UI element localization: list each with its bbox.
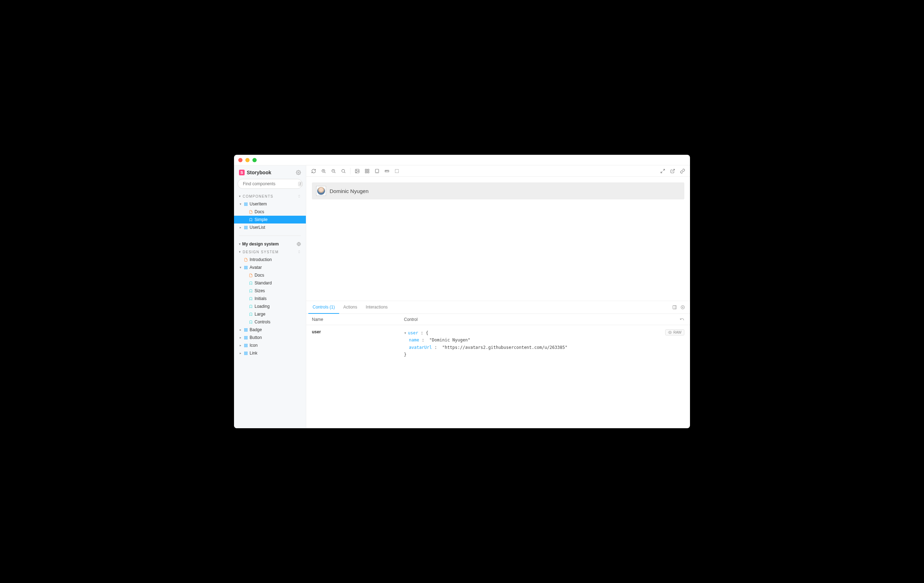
svg-rect-23 bbox=[246, 338, 247, 339]
maximize-window-button[interactable] bbox=[252, 158, 257, 162]
sidebar-item-label: Avatar bbox=[249, 265, 262, 270]
measure-button[interactable] bbox=[382, 167, 391, 176]
sidebar-item-badge[interactable]: ▸Badge bbox=[234, 326, 306, 334]
gear-icon bbox=[296, 170, 301, 175]
svg-rect-27 bbox=[246, 346, 247, 347]
sidebar-item-docs[interactable]: Docs bbox=[234, 208, 306, 216]
outline-button[interactable] bbox=[392, 167, 401, 176]
doc-icon bbox=[249, 273, 253, 277]
tab-interactions[interactable]: Interactions bbox=[361, 301, 392, 314]
expand-collapse-icon[interactable] bbox=[297, 250, 301, 254]
svg-rect-44 bbox=[365, 169, 367, 170]
expand-collapse-icon[interactable] bbox=[297, 195, 301, 198]
story-icon bbox=[249, 312, 253, 316]
outline-icon bbox=[394, 168, 399, 173]
svg-rect-17 bbox=[244, 328, 245, 329]
svg-rect-45 bbox=[368, 169, 369, 170]
svg-rect-54 bbox=[395, 169, 398, 172]
sidebar-item-initials[interactable]: Initials bbox=[234, 295, 306, 302]
search-input[interactable] bbox=[243, 181, 296, 186]
sidebar-section-heading[interactable]: ▾DESIGN SYSTEM bbox=[234, 248, 306, 256]
search-field[interactable]: / bbox=[238, 179, 302, 189]
sidebar-item-link[interactable]: ▸Link bbox=[234, 349, 306, 357]
zoom-in-button[interactable] bbox=[319, 167, 328, 176]
fullscreen-button[interactable] bbox=[658, 167, 667, 176]
control-row-control[interactable]: ▾user : { name : "Dominic Nyugen" avatar… bbox=[404, 329, 684, 424]
sidebar-item-useritem[interactable]: ▾UserItem bbox=[234, 200, 306, 208]
sidebar-item-label: UserList bbox=[249, 225, 265, 230]
sidebar-item-avatar[interactable]: ▾Avatar bbox=[234, 264, 306, 271]
svg-rect-26 bbox=[246, 344, 247, 345]
sidebar-item-loading[interactable]: Loading bbox=[234, 302, 306, 310]
sidebar-item-label: Docs bbox=[254, 209, 264, 214]
story-icon bbox=[249, 297, 253, 301]
svg-rect-14 bbox=[246, 266, 247, 267]
sidebar-section-heading[interactable]: ▾My design system bbox=[234, 240, 306, 248]
sync-icon bbox=[311, 168, 316, 173]
avatar bbox=[316, 186, 326, 196]
svg-rect-4 bbox=[246, 203, 247, 204]
caret-down-icon: ▾ bbox=[239, 202, 242, 206]
svg-rect-3 bbox=[244, 203, 245, 204]
sidebar-item-introduction[interactable]: Introduction bbox=[234, 256, 306, 264]
brand-name: Storybook bbox=[247, 170, 271, 175]
tab-actions[interactable]: Actions bbox=[339, 301, 361, 314]
tab-controls[interactable]: Controls (1) bbox=[309, 301, 339, 314]
caret-down-icon[interactable]: ▾ bbox=[404, 330, 406, 335]
sidebar-section-heading[interactable]: ▾COMPONENTS bbox=[234, 192, 306, 200]
sidebar-item-controls[interactable]: Controls bbox=[234, 318, 306, 326]
close-window-button[interactable] bbox=[238, 158, 243, 162]
svg-rect-46 bbox=[368, 172, 369, 173]
close-panel-button[interactable] bbox=[680, 305, 685, 310]
svg-rect-47 bbox=[365, 172, 367, 173]
sidebar-item-standard[interactable]: Standard bbox=[234, 279, 306, 287]
viewport-icon bbox=[375, 168, 380, 173]
viewport-button[interactable] bbox=[373, 167, 382, 176]
svg-rect-25 bbox=[244, 344, 245, 345]
grid-button[interactable] bbox=[363, 167, 372, 176]
zoom-reset-button[interactable] bbox=[339, 167, 348, 176]
sidebar-item-large[interactable]: Large bbox=[234, 310, 306, 318]
sidebar-item-button[interactable]: ▸Button bbox=[234, 334, 306, 342]
sidebar-header: S Storybook bbox=[234, 165, 306, 179]
sidebar-item-label: Badge bbox=[249, 327, 262, 332]
search-shortcut: / bbox=[298, 182, 303, 186]
sidebar: S Storybook / ▾COMPONENTS▾UserItemDocsSi… bbox=[234, 165, 306, 428]
svg-line-41 bbox=[345, 172, 345, 173]
expand-icon bbox=[660, 168, 665, 173]
reset-controls-button[interactable] bbox=[680, 317, 684, 322]
brand[interactable]: S Storybook bbox=[239, 170, 271, 175]
sidebar-item-icon[interactable]: ▸Icon bbox=[234, 342, 306, 349]
addons-panel: Controls (1)ActionsInteractions Name Con… bbox=[306, 301, 690, 428]
raw-toggle-button[interactable]: RAW bbox=[665, 329, 684, 335]
remount-button[interactable] bbox=[309, 167, 318, 176]
object-editor[interactable]: ▾user : { name : "Dominic Nyugen" avatar… bbox=[404, 329, 684, 358]
brand-logo: S bbox=[239, 170, 245, 175]
copy-link-button[interactable] bbox=[678, 167, 687, 176]
svg-rect-19 bbox=[246, 330, 247, 331]
user-item-preview: Dominic Nyugen bbox=[312, 182, 684, 200]
orientation-button[interactable] bbox=[672, 305, 677, 310]
zoom-out-button[interactable] bbox=[329, 167, 338, 176]
svg-rect-5 bbox=[246, 204, 247, 205]
sidebar-item-docs[interactable]: Docs bbox=[234, 271, 306, 279]
component-icon bbox=[244, 351, 248, 355]
open-tab-button[interactable] bbox=[668, 167, 677, 176]
sidebar-item-simple[interactable]: Simple bbox=[234, 216, 306, 223]
titlebar bbox=[234, 155, 690, 165]
svg-rect-24 bbox=[244, 338, 245, 339]
doc-icon bbox=[244, 258, 248, 262]
svg-rect-20 bbox=[244, 330, 245, 331]
background-button[interactable] bbox=[353, 167, 362, 176]
settings-button[interactable] bbox=[296, 170, 301, 175]
minimize-window-button[interactable] bbox=[245, 158, 249, 162]
story-icon bbox=[249, 289, 253, 293]
caret-right-icon: ▸ bbox=[239, 328, 242, 332]
zoom-out-icon bbox=[331, 168, 336, 173]
toolbar-separator bbox=[350, 168, 350, 174]
svg-rect-31 bbox=[246, 353, 247, 355]
story-icon bbox=[249, 218, 253, 222]
zoom-reset-icon bbox=[341, 168, 346, 173]
sidebar-item-userlist[interactable]: ▸UserList bbox=[234, 223, 306, 231]
sidebar-item-sizes[interactable]: Sizes bbox=[234, 287, 306, 295]
